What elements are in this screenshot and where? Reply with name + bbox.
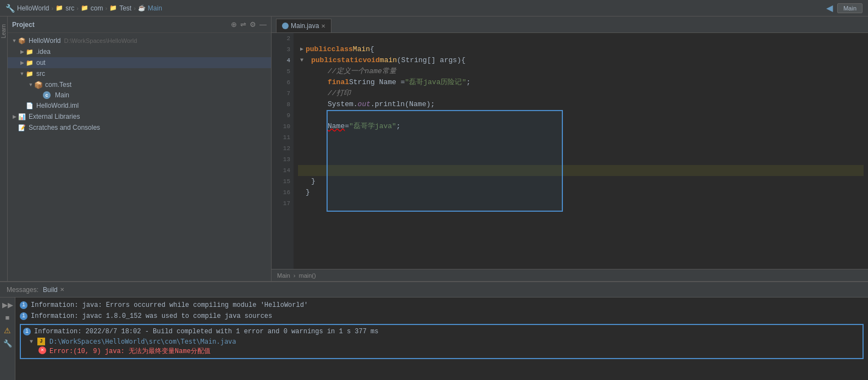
tree-item-scratches[interactable]: 📝 Scratches and Consoles (8, 122, 271, 133)
breadcrumb-main: Main (148, 4, 162, 12)
editor-tab-main[interactable]: Main.java ✕ (276, 19, 331, 32)
code-line-17 (298, 198, 864, 209)
tree-label-ext-libs: External Libraries (29, 113, 80, 120)
breadcrumb-test: Test (119, 4, 131, 12)
collapse-arrow[interactable]: ▼ (30, 339, 33, 345)
folder-icon-src: 📁 (25, 69, 34, 78)
back-icon[interactable]: ◀ (826, 3, 833, 13)
tree-item-out[interactable]: ▶ 📁 out (8, 57, 271, 68)
wrench-icon[interactable]: 🔧 (3, 339, 12, 348)
project-tree: ▼ 📦 HelloWorld D:\WorkSpaces\HelloWorld … (8, 33, 271, 281)
breadcrumb-main-class: Main (277, 272, 290, 279)
code-content[interactable]: ▶ public class Main{ ▼ public static voi… (294, 33, 868, 269)
build-output: i Information: java: Errors occurred whi… (15, 298, 868, 380)
breadcrumb-main-method: main() (299, 272, 316, 279)
tree-path-helloworld: D:\WorkSpaces\HelloWorld (64, 37, 137, 44)
error-circle-icon: ✕ (38, 346, 46, 354)
tab-label: Main.java (291, 22, 319, 30)
tree-item-ext-libs[interactable]: ▶ 📊 External Libraries (8, 111, 271, 122)
error-detail-line: ✕ Error:(10, 9) java: 无法为最终变量Name分配值 (23, 346, 860, 357)
build-line-1: i Information: java: Errors occurred whi… (20, 300, 864, 311)
layout-icon[interactable]: ⇌ (240, 20, 246, 29)
java-file-icon: c (43, 91, 51, 99)
stop-icon[interactable]: ■ (5, 313, 10, 322)
folder-icon-idea: 📁 (25, 47, 34, 56)
build-line-2: i Information: javac 1.8.0_152 was used … (20, 311, 864, 322)
line-numbers: 2 3 4 5 6 7 8 9 10 11 12 13 14 15 16 17 (272, 33, 294, 269)
code-line-4: ▼ public static void main(String[] args)… (298, 55, 864, 66)
code-line-12 (298, 143, 864, 154)
code-line-13 (298, 154, 864, 165)
tab-java-icon (282, 23, 289, 29)
tree-label-out: out (36, 59, 46, 67)
breadcrumb-com: com (91, 4, 103, 12)
build-text-1: Information: java: Errors occurred while… (31, 300, 308, 310)
app-icon: 🔧 (5, 4, 15, 13)
package-icon: 📦 (34, 80, 43, 89)
tree-label-src: src (36, 70, 45, 78)
tree-label-main: Main (55, 91, 69, 99)
error-block: i Information: 2022/8/7 18:02 - Build co… (20, 324, 864, 359)
code-line-3: ▶ public class Main{ (298, 44, 864, 55)
tree-item-idea[interactable]: ▶ 📁 .idea (8, 46, 271, 57)
settings-icon[interactable]: ⚙ (250, 20, 256, 29)
tree-item-helloworld[interactable]: ▼ 📦 HelloWorld D:\WorkSpaces\HelloWorld (8, 35, 271, 46)
play-icon[interactable]: ▶▶ (2, 301, 13, 309)
folder-icon-out: 📁 (25, 58, 34, 67)
editor-breadcrumb: Main › main() (272, 269, 868, 281)
module-icon: 📦 (18, 36, 26, 45)
project-panel: Project ⊕ ⇌ ⚙ — ▼ 📦 HelloWorld D:\WorkSp… (8, 16, 272, 281)
editor-area: Main.java ✕ 2 3 4 5 6 7 8 9 10 11 12 13 … (272, 16, 868, 281)
code-line-6: final String Name ="磊哥java历险记"; (298, 77, 864, 88)
file-icon: J (37, 338, 45, 345)
tree-arrow-com-test: ▼ (27, 82, 34, 87)
bottom-tabs: Messages: Build ✕ (0, 282, 868, 298)
build-text-3: Information: 2022/8/7 18:02 - Build comp… (34, 327, 379, 337)
iml-icon: 📄 (25, 101, 34, 110)
warning-side-icon[interactable]: ⚠ (4, 326, 11, 335)
editor-tabs: Main.java ✕ (272, 16, 868, 33)
code-line-2 (298, 33, 864, 44)
build-tab-close[interactable]: ✕ (60, 287, 64, 293)
code-line-11 (298, 132, 864, 143)
learn-label[interactable]: Learn (1, 24, 7, 38)
tab-close-icon[interactable]: ✕ (321, 23, 325, 29)
code-line-5: //定义一个name常量 (298, 66, 864, 77)
tree-item-main-java[interactable]: c Main (8, 90, 271, 100)
tree-item-src[interactable]: ▼ 📁 src (8, 68, 271, 79)
code-line-10: Name = "磊哥学java"; (298, 121, 864, 132)
tree-arrow-idea: ▶ (19, 49, 25, 54)
tree-label-helloworld: HelloWorld (29, 37, 60, 45)
code-line-9 (298, 110, 864, 121)
build-tab-label[interactable]: Build (43, 286, 58, 294)
minimize-icon[interactable]: — (259, 20, 267, 29)
tree-label-iml: HelloWorld.iml (36, 102, 79, 109)
panel-header: Project ⊕ ⇌ ⚙ — (8, 16, 271, 33)
code-line-14 (298, 165, 864, 176)
tree-arrow-helloworld: ▼ (11, 38, 18, 43)
error-file-line[interactable]: ▼ J D:\WorkSpaces\HelloWorld\src\com\Tes… (23, 337, 860, 346)
scope-icon[interactable]: ⊕ (231, 20, 237, 29)
title-bar-actions: ◀ Main (826, 3, 863, 13)
code-line-7: //打印 (298, 88, 864, 99)
code-editor[interactable]: 2 3 4 5 6 7 8 9 10 11 12 13 14 15 16 17 (272, 33, 868, 269)
error-file-path[interactable]: D:\WorkSpaces\HelloWorld\src\com\Test\Ma… (49, 338, 236, 345)
tree-arrow-src: ▼ (19, 71, 25, 76)
bottom-content: ▶▶ ■ ⚠ 🔧 i Information: java: Errors occ… (0, 298, 868, 380)
bottom-side-panel: ▶▶ ■ ⚠ 🔧 (0, 298, 15, 380)
panel-actions: ⊕ ⇌ ⚙ — (231, 20, 267, 29)
info-icon-2: i (20, 312, 27, 320)
code-line-15: } (298, 176, 864, 187)
run-button[interactable]: Main (837, 3, 863, 13)
learn-strip: Learn (0, 16, 8, 281)
tree-label-idea: .idea (36, 48, 51, 56)
breadcrumb-project: HelloWorld (17, 4, 49, 12)
tree-arrow-scratches (11, 125, 18, 130)
main-area: Learn Project ⊕ ⇌ ⚙ — ▼ 📦 HelloWorld D:\… (0, 16, 868, 281)
tree-item-iml[interactable]: 📄 HelloWorld.iml (8, 100, 271, 111)
info-icon-1: i (20, 301, 27, 309)
tree-arrow-iml (19, 103, 25, 108)
messages-label: Messages: (4, 286, 41, 294)
tree-item-com-test[interactable]: ▼ 📦 com.Test (8, 79, 271, 90)
breadcrumb-src: src (65, 4, 74, 12)
